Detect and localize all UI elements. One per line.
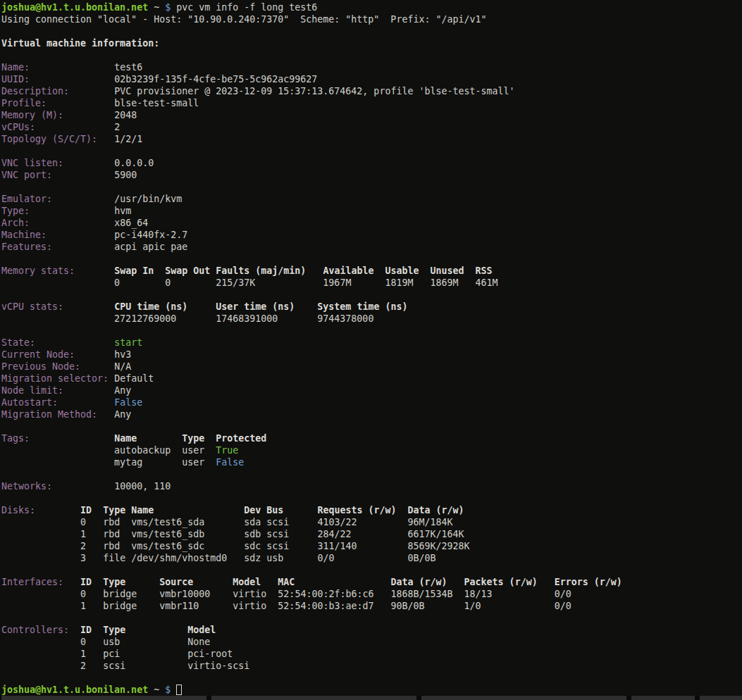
terminal-line: Machine: pc-i440fx-2.7 [1, 229, 742, 241]
terminal-text-segment: sdc [244, 541, 261, 551]
terminal-window[interactable]: joshua@hv1.t.u.bonilan.net ~ $ pvc vm in… [0, 0, 742, 696]
terminal-text-segment: Packets (r/w) [464, 577, 538, 587]
terminal-line [1, 564, 742, 576]
terminal-text-segment: vmbr10000 [159, 589, 210, 599]
terminal-text-segment: 90B/0B [390, 601, 424, 611]
terminal-text-segment: 0 [80, 517, 86, 527]
terminal-text-segment: RSS [476, 265, 493, 276]
terminal-text-segment: joshua@hv1.t.u.bonilan.net [1, 685, 148, 695]
terminal-text-segment: sdb [244, 529, 261, 539]
terminal-text-segment: User time (ns) [216, 301, 295, 312]
terminal-line: 2 scsi virtio-scsi [1, 660, 742, 672]
terminal-text-segment: 0 [80, 589, 86, 599]
terminal-text-segment: scsi [266, 517, 289, 527]
terminal-text-segment: 0 [80, 637, 86, 647]
terminal-text-segment: rbd [103, 517, 120, 527]
terminal-text-segment: Default [114, 373, 154, 384]
terminal-text-segment: $ [165, 2, 171, 13]
terminal-text-segment: test6 [114, 62, 142, 73]
taskbar-segment-window-1[interactable] [1, 696, 206, 700]
terminal-line: VNC port: 5900 [1, 169, 742, 181]
terminal-text-segment: UUID: [1, 74, 30, 85]
terminal-text-segment: pci [103, 649, 120, 659]
terminal-text-segment: 461M [476, 277, 498, 288]
terminal-text-segment: 1967M [323, 277, 351, 288]
terminal-text-segment: Controllers: [1, 625, 69, 635]
terminal-text-segment: virtio [233, 589, 266, 599]
terminal-text-segment: 18/13 [464, 589, 493, 599]
terminal-line: UUID: 02b3239f-135f-4cfe-be75-5c962ac996… [1, 73, 742, 85]
terminal-text-segment: 0/0 [555, 601, 571, 611]
terminal-text-segment: Migration Method: [1, 409, 97, 420]
terminal-line: Virtual machine information: [1, 37, 742, 49]
terminal-text-segment: Data (r/w) [390, 577, 447, 587]
terminal-text-segment: ID [80, 577, 92, 587]
terminal-text-segment: Disks: [1, 505, 35, 515]
terminal-text-segment: ID [80, 505, 92, 515]
terminal-line: Topology (S/C/T): 1/2/1 [1, 133, 742, 145]
taskbar-segment-window-5[interactable] [700, 696, 742, 700]
terminal-text-segment: 02b3239f-135f-4cfe-be75-5c962ac99627 [114, 74, 317, 85]
terminal-line: Current Node: hv3 [1, 349, 742, 361]
terminal-text-segment: Name [131, 505, 154, 515]
terminal-text-segment: Description: [1, 86, 69, 96]
terminal-text-segment: Virtual machine information: [1, 38, 159, 49]
taskbar [0, 696, 742, 700]
terminal-text-segment: Topology (S/C/T): [1, 134, 97, 144]
taskbar-segment-window-4[interactable] [631, 696, 695, 700]
terminal-text-segment: ID [80, 625, 92, 635]
terminal-text-segment: Model [187, 625, 216, 635]
terminal-text-segment: pci-root [187, 649, 233, 659]
terminal-line: Networks: 10000, 110 [1, 480, 742, 492]
terminal-text-segment: Profile: [1, 98, 47, 108]
terminal-line: Description: PVC provisioner @ 2023-12-0… [1, 85, 742, 97]
terminal-text-segment: 27212769000 [114, 313, 176, 324]
terminal-text-segment: 0.0.0.0 [114, 158, 154, 168]
terminal-text-segment: 17468391000 [216, 313, 278, 324]
terminal-line: vCPUs: 2 [1, 121, 742, 133]
terminal-text-segment: 2048 [114, 110, 137, 120]
terminal-text-segment: Any [114, 385, 131, 396]
taskbar-segment-window-3[interactable] [421, 696, 626, 700]
terminal-text-segment: Data (r/w) [408, 505, 464, 515]
terminal-text-segment: pvc vm info -f long test6 [176, 2, 317, 13]
terminal-text-segment: System time (ns) [317, 301, 407, 312]
terminal-line: Arch: x86_64 [1, 217, 742, 229]
terminal-line: Node limit: Any [1, 385, 742, 396]
terminal-text-segment: joshua@hv1.t.u.bonilan.net [1, 2, 148, 13]
terminal-text-segment: Interfaces: [1, 577, 63, 587]
terminal-line: 0 bridge vmbr10000 virtio 52:54:00:2f:b6… [1, 588, 742, 600]
terminal-line: Interfaces: ID Type Source Model MAC Dat… [1, 576, 742, 588]
terminal-line: joshua@hv1.t.u.bonilan.net ~ $ [1, 684, 742, 696]
terminal-line [1, 672, 742, 684]
terminal-text-segment: Networks: [1, 481, 52, 492]
terminal-text-segment: VNC listen: [1, 158, 63, 168]
terminal-text-segment: True [216, 445, 238, 456]
terminal-text-segment: user [182, 457, 204, 468]
terminal-text-segment: bridge [103, 589, 137, 599]
terminal-text-segment: 0 [114, 277, 120, 288]
terminal-text-segment: virtio-scsi [187, 661, 249, 671]
terminal-text-segment: Errors (r/w) [555, 577, 622, 587]
terminal-text-segment: Model [233, 577, 261, 587]
terminal-line: Using connection "local" - Host: "10.90.… [1, 13, 742, 25]
terminal-text-segment: sda [244, 517, 261, 527]
terminal-line: VNC listen: 0.0.0.0 [1, 157, 742, 169]
terminal-text-segment: False [114, 397, 142, 408]
terminal-text-segment: hvm [114, 206, 131, 216]
terminal-text-segment: rbd [103, 541, 120, 551]
terminal-line: 0 usb None [1, 636, 742, 648]
terminal-line: 0 rbd vms/test6_sda sda scsi 4103/22 96M… [1, 516, 742, 528]
terminal-text-segment: 311/140 [317, 541, 357, 551]
terminal-text-segment: $ [165, 685, 171, 695]
terminal-line: Memory stats: Swap In Swap Out Faults (m… [1, 265, 742, 277]
terminal-text-segment: 8569K/2928K [408, 541, 470, 551]
terminal-text-segment: 2 [114, 122, 120, 132]
terminal-text-segment: Migration selector: [1, 373, 109, 384]
terminal-text-segment: Type [103, 505, 125, 515]
terminal-text-segment: 1/2/1 [114, 134, 142, 144]
terminal-text-segment: vms/test6_sdc [131, 541, 204, 551]
terminal-line [1, 492, 742, 504]
taskbar-segment-window-2[interactable] [211, 696, 416, 700]
terminal-text-segment: Faults (maj/min) [216, 265, 306, 276]
